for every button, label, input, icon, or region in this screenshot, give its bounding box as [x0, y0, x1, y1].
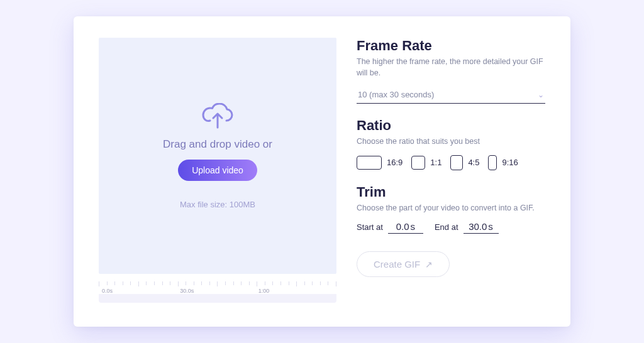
ratio-label-4-5: 4:5	[468, 158, 479, 167]
drop-instruction-text: Drag and drop video or	[163, 138, 272, 151]
ratio-hint: Choose the ratio that suits you best	[357, 136, 545, 148]
frame-rate-select-value: 10 (max 30 seconds)	[358, 90, 434, 99]
ratio-option-1-1[interactable]: 1:1	[411, 156, 441, 170]
left-pane: Drag and drop video or Upload video Max …	[99, 38, 336, 304]
ratio-label-16-9: 16:9	[387, 158, 402, 167]
ratio-label-9-16: 9:16	[502, 158, 518, 167]
timeline-label-1: 30.0s	[180, 288, 258, 294]
timeline-labels: 0.0s 30.0s 1:00	[102, 288, 336, 294]
ratio-section: Ratio Choose the ratio that suits you be…	[357, 117, 545, 170]
ratio-title: Ratio	[357, 117, 545, 134]
frame-rate-select[interactable]: 10 (max 30 seconds) ⌄	[357, 86, 545, 104]
trim-section: Trim Choose the part of your video to co…	[357, 184, 545, 234]
trim-end-label: End at	[435, 222, 458, 232]
trim-start-label: Start at	[357, 222, 383, 232]
create-gif-label: Create GIF	[374, 259, 420, 270]
cloud-upload-icon	[201, 103, 234, 129]
trim-start-value: 0.0	[396, 221, 409, 232]
upload-video-button[interactable]: Upload video	[178, 160, 257, 181]
frame-rate-title: Frame Rate	[357, 38, 545, 54]
ratio-box-9-16	[488, 155, 497, 170]
timeline[interactable]: 0.0s 30.0s 1:00	[99, 279, 336, 304]
max-file-size-text: Max file size: 100MB	[180, 200, 255, 209]
timeline-label-2: 1:00	[258, 288, 336, 294]
trim-start-group: Start at 0.0s	[357, 221, 423, 234]
frame-rate-hint: The higher the frame rate, the more deta…	[357, 57, 545, 79]
ratio-box-1-1	[411, 156, 425, 170]
video-dropzone[interactable]: Drag and drop video or Upload video Max …	[99, 38, 336, 274]
trim-inputs: Start at 0.0s End at 30.0s	[357, 221, 545, 234]
ratio-option-16-9[interactable]: 16:9	[357, 156, 402, 170]
timeline-ticks	[99, 281, 336, 291]
trim-start-input[interactable]: 0.0s	[388, 221, 423, 234]
timeline-track	[99, 294, 336, 303]
trim-end-input[interactable]: 30.0s	[464, 221, 499, 234]
create-gif-button[interactable]: Create GIF ↗	[357, 251, 450, 277]
app-card: Drag and drop video or Upload video Max …	[74, 16, 570, 327]
trim-start-unit: s	[409, 221, 416, 232]
right-pane: Frame Rate The higher the frame rate, th…	[357, 38, 545, 304]
ratio-options: 16:9 1:1 4:5 9:16	[357, 155, 545, 170]
trim-end-unit: s	[487, 221, 493, 232]
ratio-option-4-5[interactable]: 4:5	[450, 155, 479, 170]
ratio-box-4-5	[450, 155, 463, 170]
frame-rate-section: Frame Rate The higher the frame rate, th…	[357, 38, 545, 104]
trim-title: Trim	[357, 184, 545, 200]
ratio-box-16-9	[357, 156, 382, 170]
trim-end-value: 30.0	[469, 221, 487, 232]
trim-end-group: End at 30.0s	[435, 221, 499, 234]
trim-hint: Choose the part of your video to convert…	[357, 203, 545, 214]
chevron-down-icon: ⌄	[538, 90, 544, 99]
timeline-label-0: 0.0s	[102, 288, 180, 294]
arrow-up-right-icon: ↗	[425, 259, 433, 270]
ratio-option-9-16[interactable]: 9:16	[488, 155, 518, 170]
ratio-label-1-1: 1:1	[430, 158, 441, 167]
